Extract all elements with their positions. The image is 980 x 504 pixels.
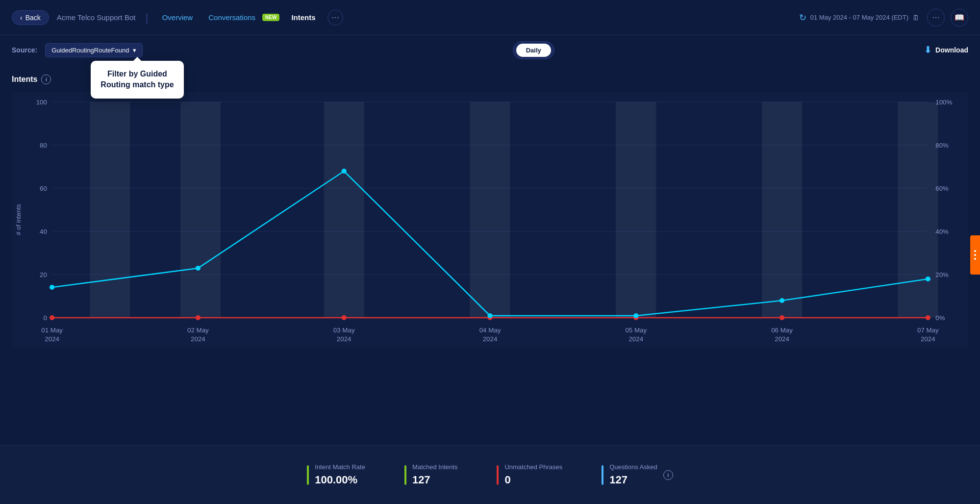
questions-bar bbox=[602, 465, 603, 485]
questions-label: Questions Asked bbox=[609, 463, 657, 471]
svg-text:06 May: 06 May bbox=[771, 327, 793, 334]
download-icon: ⬇ bbox=[924, 45, 931, 55]
svg-text:60: 60 bbox=[40, 185, 47, 192]
toolbar: Source: GuidedRoutingRouteFound ▾ Daily … bbox=[0, 35, 980, 65]
side-tab-dot-1 bbox=[974, 250, 976, 252]
nav-conversations-wrap[interactable]: Conversations NEW bbox=[204, 13, 279, 22]
unmatched-label: Unmatched Phrases bbox=[504, 463, 562, 471]
date-range: ↻ 01 May 2024 - 07 May 2024 (EDT) 🗓 bbox=[799, 12, 919, 23]
intent-match-bar bbox=[307, 465, 309, 485]
refresh-icon[interactable]: ↻ bbox=[799, 12, 806, 23]
cyan-dot-1 bbox=[196, 266, 201, 271]
tooltip-text: Filter by Guided Routing match type bbox=[101, 70, 174, 89]
svg-text:40: 40 bbox=[40, 228, 47, 235]
source-dropdown[interactable]: GuidedRoutingRouteFound ▾ bbox=[45, 43, 143, 57]
svg-rect-19 bbox=[90, 102, 130, 318]
daily-toggle[interactable]: Daily bbox=[513, 41, 554, 59]
red-dot-2 bbox=[342, 315, 347, 320]
back-button[interactable]: ‹ Back bbox=[12, 10, 49, 25]
nav-intents[interactable]: Intents bbox=[287, 13, 319, 22]
svg-text:2024: 2024 bbox=[337, 335, 352, 343]
conversations-new-badge: NEW bbox=[262, 14, 279, 21]
nav-separator: | bbox=[145, 11, 148, 25]
chart-wrapper: # of intents 100 100% 80 80% bbox=[12, 92, 968, 349]
header-more-button[interactable]: ⋯ bbox=[927, 9, 945, 26]
side-tab[interactable] bbox=[970, 235, 980, 275]
svg-rect-23 bbox=[616, 102, 656, 318]
svg-text:0: 0 bbox=[43, 314, 47, 322]
svg-text:20: 20 bbox=[40, 271, 47, 278]
source-value: GuidedRoutingRouteFound bbox=[51, 47, 129, 54]
stats-info-letter: i bbox=[667, 472, 669, 478]
chart-container: Intents i # of intents bbox=[0, 65, 980, 445]
back-arrow-icon: ‹ bbox=[20, 14, 23, 22]
cyan-dot-2 bbox=[342, 169, 347, 174]
svg-rect-20 bbox=[180, 102, 221, 318]
questions-asked-item: Questions Asked 127 bbox=[609, 463, 657, 486]
matched-intents-item: Matched Intents 127 bbox=[412, 463, 458, 486]
stats-info-icon[interactable]: i bbox=[663, 470, 673, 480]
main-content: Source: GuidedRoutingRouteFound ▾ Daily … bbox=[0, 35, 980, 504]
stats-footer: Intent Match Rate 100.00% Matched Intent… bbox=[0, 445, 980, 504]
more-dots-icon: ⋯ bbox=[331, 13, 339, 22]
svg-rect-21 bbox=[324, 102, 364, 318]
chart-svg: # of intents 100 100% 80 80% bbox=[12, 92, 968, 347]
chart-title: Intents bbox=[12, 75, 37, 84]
cyan-dot-4 bbox=[633, 313, 638, 318]
download-button[interactable]: ⬇ Download bbox=[924, 45, 968, 55]
bot-name: Acme Telco Support Bot bbox=[57, 13, 136, 22]
svg-text:100: 100 bbox=[36, 99, 47, 106]
stat-matched-intents: Matched Intents 127 bbox=[404, 463, 458, 486]
cyan-dot-5 bbox=[779, 298, 784, 303]
stat-intent-match-rate: Intent Match Rate 100.00% bbox=[307, 463, 365, 486]
unmatched-phrases-item: Unmatched Phrases 0 bbox=[504, 463, 562, 486]
svg-text:03 May: 03 May bbox=[333, 327, 355, 334]
svg-text:2024: 2024 bbox=[775, 335, 789, 343]
header-actions: ⋯ 📖 bbox=[927, 9, 968, 26]
chart-info-icon[interactable]: i bbox=[41, 75, 51, 84]
svg-text:02 May: 02 May bbox=[187, 327, 209, 334]
docs-button[interactable]: 📖 bbox=[951, 9, 968, 26]
header-more-dots-icon: ⋯ bbox=[932, 13, 940, 22]
svg-text:04 May: 04 May bbox=[479, 327, 501, 334]
tooltip-container: Filter by Guided Routing match type bbox=[91, 61, 184, 99]
side-tab-dot-3 bbox=[974, 258, 976, 260]
svg-text:100%: 100% bbox=[935, 99, 952, 106]
cyan-dot-3 bbox=[487, 313, 492, 318]
svg-rect-24 bbox=[762, 102, 802, 318]
svg-text:2024: 2024 bbox=[921, 335, 935, 343]
matched-intents-value: 127 bbox=[412, 474, 458, 486]
cyan-dot-6 bbox=[926, 277, 930, 281]
nav-overview[interactable]: Overview bbox=[158, 13, 197, 22]
y-axis-label: # of intents bbox=[15, 204, 22, 235]
svg-text:2024: 2024 bbox=[191, 335, 205, 343]
nav-more-button[interactable]: ⋯ bbox=[327, 10, 343, 25]
svg-text:01 May: 01 May bbox=[41, 327, 63, 334]
date-range-text: 01 May 2024 - 07 May 2024 (EDT) bbox=[810, 14, 908, 21]
intent-match-label: Intent Match Rate bbox=[315, 463, 365, 471]
svg-text:80: 80 bbox=[40, 142, 47, 149]
red-dot-1 bbox=[196, 315, 201, 320]
svg-text:2024: 2024 bbox=[483, 335, 498, 343]
svg-text:07 May: 07 May bbox=[917, 327, 939, 334]
unmatched-bar bbox=[497, 465, 499, 485]
matched-intents-bar bbox=[404, 465, 406, 485]
download-label: Download bbox=[935, 46, 968, 54]
red-dot-5 bbox=[779, 315, 784, 320]
svg-rect-22 bbox=[470, 102, 510, 318]
back-label: Back bbox=[25, 14, 41, 22]
svg-text:05 May: 05 May bbox=[625, 327, 647, 334]
svg-text:2024: 2024 bbox=[45, 335, 59, 343]
unmatched-value: 0 bbox=[504, 474, 562, 486]
cyan-dot-0 bbox=[50, 285, 54, 290]
calendar-icon[interactable]: 🗓 bbox=[912, 14, 919, 22]
source-label: Source: bbox=[12, 46, 37, 54]
info-letter: i bbox=[46, 76, 47, 82]
side-tab-dot-2 bbox=[974, 254, 976, 256]
red-dot-6 bbox=[926, 315, 930, 320]
svg-rect-25 bbox=[898, 102, 938, 318]
stat-questions-asked: Questions Asked 127 i bbox=[602, 463, 673, 486]
daily-button[interactable]: Daily bbox=[516, 44, 551, 57]
nav-conversations[interactable]: Conversations bbox=[204, 13, 259, 22]
stat-unmatched-phrases: Unmatched Phrases 0 bbox=[497, 463, 562, 486]
